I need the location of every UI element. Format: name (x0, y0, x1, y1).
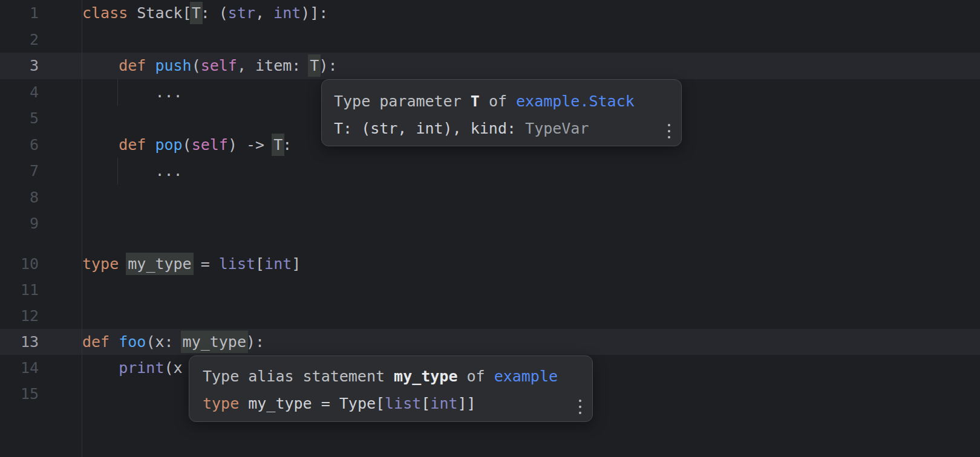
tooltip-segment: my_type = Type[ (239, 395, 385, 412)
code-token: , item: (237, 57, 310, 74)
tooltip-segment: my_type (394, 368, 457, 385)
tooltip-segment: T: (str, int), kind: (334, 120, 525, 137)
code-token: def (119, 57, 146, 74)
code-token (82, 359, 119, 377)
code-token: Stack[ (128, 4, 191, 22)
line-number[interactable]: 15 (0, 381, 39, 407)
code-token: str (228, 4, 255, 22)
identifier-highlight: T (192, 2, 201, 24)
code-token: type (82, 255, 119, 273)
more-actions-button[interactable] (667, 123, 671, 140)
more-actions-button[interactable] (578, 398, 583, 415)
code-token (119, 255, 128, 273)
tooltip-line: T: (str, int), kind: TypeVar (334, 115, 669, 142)
ellipsis-dot (668, 124, 670, 126)
code-line-1[interactable]: class Stack[T: (str, int)]: (82, 0, 328, 27)
code-token: [ (255, 255, 264, 273)
line-number[interactable]: 13 (0, 329, 39, 355)
code-token: )]: (301, 4, 328, 22)
code-line-6[interactable]: def pop(self) -> T: (82, 132, 292, 158)
tooltip-segment: TypeVar (525, 120, 589, 137)
identifier-highlight: my_type (183, 331, 246, 353)
code-token: pop (155, 136, 182, 154)
tooltip-segment: Type alias statement (203, 368, 394, 385)
code-token: push (155, 57, 191, 74)
tooltip-text: Type alias statement my_type of examplet… (203, 363, 579, 417)
line-number[interactable]: 12 (0, 303, 39, 329)
ellipsis-dot (668, 130, 670, 132)
code-line-14[interactable]: print(x (82, 355, 183, 381)
tooltip-segment: Type parameter (334, 92, 471, 110)
code-token: : ( (201, 4, 228, 22)
line-number[interactable]: 7 (0, 158, 39, 184)
code-token: class (82, 4, 128, 22)
code-token (109, 333, 119, 351)
line-number[interactable]: 8 (0, 184, 39, 211)
code-token: def (119, 136, 146, 154)
code-line-13[interactable]: def foo(x: my_type): (82, 329, 264, 355)
code-token (82, 57, 119, 74)
code-token: ... (82, 83, 183, 101)
identifier-highlight: T (273, 134, 283, 156)
line-number[interactable]: 6 (0, 132, 39, 158)
tooltip-segment: T (471, 92, 480, 110)
doc-link[interactable]: example.Stack (516, 92, 635, 110)
code-token: ): (246, 333, 264, 351)
line-number[interactable]: 3 (0, 53, 39, 79)
code-token: list (219, 255, 255, 273)
code-token: self (201, 57, 237, 74)
ellipsis-dot (579, 412, 581, 414)
line-number[interactable]: 5 (0, 105, 39, 132)
identifier-highlight: my_type (128, 253, 191, 275)
code-token (82, 136, 119, 154)
tooltip-segment: [ (421, 395, 430, 412)
line-number[interactable]: 14 (0, 355, 39, 381)
line-number[interactable]: 9 (0, 210, 39, 237)
code-line-3[interactable]: def push(self, item: T): (82, 53, 338, 79)
code-token: self (192, 136, 228, 154)
tooltip-segment: int (430, 395, 457, 412)
type-alias-tooltip: Type alias statement my_type of examplet… (189, 355, 593, 422)
tooltip-segment: ]] (457, 395, 475, 412)
code-token: int (273, 4, 301, 22)
code-token: ): (319, 57, 337, 74)
code-token: (x (164, 359, 182, 377)
code-token: ( (192, 57, 201, 74)
tooltip-line: Type alias statement my_type of example (203, 363, 579, 390)
code-line-4[interactable]: ... (82, 79, 183, 106)
code-token: int (264, 255, 292, 273)
line-number[interactable]: 10 (0, 251, 39, 277)
code-token: print (119, 359, 164, 377)
tooltip-text: Type parameter T of example.StackT: (str… (334, 88, 669, 142)
tooltip-segment: list (385, 395, 421, 412)
code-token: : (283, 136, 292, 154)
code-line-10[interactable]: type my_type = list[int] (82, 251, 301, 277)
tooltip-line: type my_type = Type[list[int]] (203, 390, 579, 417)
ellipsis-dot (668, 136, 670, 138)
line-number[interactable]: 2 (0, 27, 39, 53)
code-editor[interactable]: 123456789101112131415 class Stack[T: (st… (0, 0, 980, 457)
code-token: , (255, 4, 273, 22)
code-token: = (192, 255, 219, 273)
code-token: ) -> (228, 136, 273, 154)
code-line-7[interactable]: ... (82, 158, 183, 184)
code-token (146, 136, 155, 154)
code-token (146, 57, 155, 74)
type-parameter-tooltip: Type parameter T of example.StackT: (str… (321, 79, 682, 146)
ellipsis-dot (579, 406, 581, 408)
code-token: ... (82, 162, 183, 180)
code-token: def (82, 333, 109, 351)
line-number[interactable]: 4 (0, 79, 39, 106)
code-token: ] (292, 255, 301, 273)
code-token: (x: (146, 333, 182, 351)
line-number[interactable]: 11 (0, 277, 39, 303)
tooltip-segment: of (457, 368, 494, 385)
line-number[interactable]: 1 (0, 0, 39, 27)
code-token: ( (183, 136, 192, 154)
tooltip-line: Type parameter T of example.Stack (334, 88, 669, 115)
tooltip-segment: type (203, 395, 239, 412)
doc-link[interactable]: example (494, 368, 558, 385)
tooltip-segment: of (480, 92, 516, 110)
ellipsis-dot (579, 400, 581, 402)
code-token: foo (119, 333, 146, 351)
